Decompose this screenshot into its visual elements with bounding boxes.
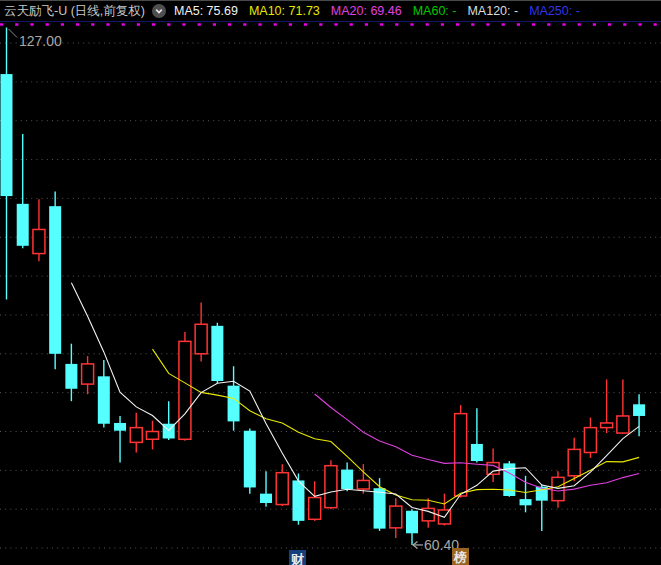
watermark-cai: 财 <box>289 550 306 565</box>
ma10-indicator: MA10: 71.73 <box>249 4 320 18</box>
chart-header: 云天励飞-U (日线,前复权) MA5: 75.69MA10: 71.73MA2… <box>0 1 661 22</box>
ma120-indicator: MA120: - <box>467 4 518 18</box>
candle-body <box>374 488 386 528</box>
ma-indicator-row: MA5: 75.69MA10: 71.73MA20: 69.46MA60: -M… <box>174 1 591 21</box>
candle-body <box>341 470 353 489</box>
candle-body <box>357 480 369 489</box>
candle-body <box>471 444 483 461</box>
candle-body <box>568 449 580 475</box>
annotations-group: 127.0060.40 <box>9 29 460 553</box>
candle-body <box>455 414 467 496</box>
candle-body <box>211 326 223 381</box>
candles-group <box>1 27 646 544</box>
candle-body <box>325 466 337 508</box>
candle-body <box>1 74 13 196</box>
candlestick-chart[interactable]: 127.0060.40 <box>0 1 661 565</box>
ma60-indicator: MA60: - <box>413 4 457 18</box>
candle-body <box>292 480 304 520</box>
candle-body <box>520 499 532 505</box>
candle-body <box>146 432 158 440</box>
candle-body <box>130 428 142 443</box>
candle-body <box>17 204 29 246</box>
candle-body <box>114 423 126 431</box>
high-price-label: 127.00 <box>19 33 62 49</box>
ma20-indicator: MA20: 69.46 <box>331 4 402 18</box>
candle-body <box>390 506 402 528</box>
candle-body <box>33 229 45 253</box>
candle-body <box>633 404 645 416</box>
candle-body <box>552 477 564 500</box>
candle-body <box>584 428 596 453</box>
ma5-indicator: MA5: 75.69 <box>174 4 238 18</box>
chevron-down-icon <box>154 6 164 16</box>
candle-body <box>49 206 61 354</box>
candle-body <box>98 376 110 423</box>
candle-body <box>601 423 613 428</box>
candle-body <box>82 364 94 384</box>
ma10-line <box>153 349 640 504</box>
stock-dropdown-button[interactable] <box>152 4 166 18</box>
candle-body <box>228 386 240 422</box>
high-pointer-line <box>9 29 18 38</box>
stock-chart-window: 云天励飞-U (日线,前复权) MA5: 75.69MA10: 71.73MA2… <box>0 0 661 565</box>
candle-body <box>406 511 418 534</box>
candle-body <box>487 463 499 475</box>
candle-body <box>617 416 629 433</box>
stock-title: 云天励飞-U (日线,前复权) <box>4 1 145 21</box>
candle-body <box>195 324 207 354</box>
candle-body <box>65 364 77 389</box>
candle-body <box>276 473 288 505</box>
candle-body <box>179 341 191 439</box>
candle-body <box>309 498 321 520</box>
candle-body <box>260 494 272 503</box>
candle-body <box>244 431 256 488</box>
ma250-indicator: MA250: - <box>529 4 580 18</box>
watermark-bang: 榜 <box>452 548 469 565</box>
